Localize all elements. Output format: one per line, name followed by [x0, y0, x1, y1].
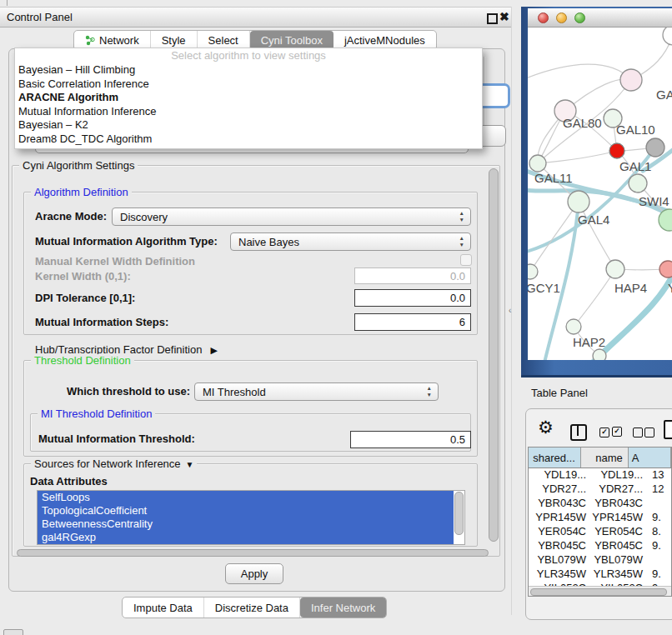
node-label: HAP2	[573, 335, 605, 349]
mi-steps-label: Mutual Information Steps:	[35, 316, 168, 328]
table-row[interactable]: YDL19...YDL19...13	[529, 468, 671, 482]
settings-vertical-scrollbar[interactable]	[489, 168, 499, 542]
control-panel-title: Control Panel	[7, 11, 73, 23]
zoom-traffic-light[interactable]	[574, 12, 585, 23]
attribute-item[interactable]: gal4RGexp	[38, 531, 454, 544]
gear-icon[interactable]: ⚙	[538, 418, 554, 438]
algorithm-dropdown: Select algorithm to view settings Bayesi…	[14, 48, 483, 149]
node-label: GAL	[656, 88, 672, 102]
apply-button[interactable]: Apply	[225, 563, 283, 584]
data-attributes-label: Data Attributes	[30, 475, 108, 488]
checked-checkbox-icon[interactable]: ✓	[599, 428, 609, 438]
scrollbar-thumb[interactable]	[530, 588, 667, 596]
table-panel-title: Table Panel	[531, 387, 588, 399]
network-node-gal-top[interactable]	[620, 69, 642, 91]
network-node-gray-node[interactable]	[646, 138, 664, 157]
tab-impute-data[interactable]: Impute Data	[123, 598, 204, 618]
tab-infer-network[interactable]: Infer Network	[300, 598, 386, 618]
column-header[interactable]: name	[581, 448, 629, 468]
column-header[interactable]: shared...	[529, 448, 581, 468]
collapse-down-icon: ▼	[186, 460, 194, 469]
top-tick	[7, 0, 8, 6]
tab-discretize-data[interactable]: Discretize Data	[204, 598, 300, 618]
algorithm-option[interactable]: ARACNE Algorithm	[15, 91, 482, 105]
combo-arrows-icon: ▲▼	[459, 210, 464, 223]
algorithm-option[interactable]: Bayesian – K2	[15, 118, 482, 132]
algorithm-option[interactable]: Mutual Information Inference	[15, 105, 482, 119]
document-icon[interactable]	[664, 420, 672, 439]
table-row[interactable]: YER054CYER054C8.	[529, 524, 671, 538]
dpi-tolerance-label: DPI Tolerance [0,1]:	[35, 292, 135, 304]
network-node-gcy1[interactable]	[528, 264, 538, 279]
threshold-definition-title: Threshold Definition	[31, 354, 134, 367]
combo-arrows-icon: ▲▼	[459, 235, 464, 248]
screen: Control Panel ✖ NetworkStyleSelectCyni T…	[0, 0, 672, 635]
network-node-gal1[interactable]	[629, 174, 647, 192]
table-row[interactable]: YBL079WYBL079W	[529, 552, 671, 567]
mi-steps-input[interactable]: 6	[354, 313, 471, 331]
attribute-item[interactable]: SelfLoops	[38, 491, 454, 504]
network-node-hap2[interactable]	[566, 319, 581, 334]
data-attributes-list: SelfLoopsTopologicalCoefficientBetweenne…	[37, 490, 465, 545]
column-layout-icon[interactable]	[570, 424, 587, 441]
minimize-traffic-light[interactable]	[556, 12, 567, 23]
kernel-width-label: Kernel Width (0,1):	[35, 270, 131, 282]
network-tab-icon	[85, 35, 95, 46]
which-threshold-combo[interactable]: MI Threshold ▲▼	[194, 382, 439, 401]
network-node-salmon-node[interactable]	[659, 261, 672, 278]
network-edge[interactable]	[574, 269, 615, 327]
algorithm-definition-title: Algorithm Definition	[31, 186, 132, 198]
manual-kernel-label: Manual Kernel Width Definition	[35, 255, 195, 268]
network-edge[interactable]	[528, 64, 631, 80]
algorithm-option[interactable]: Dream8 DC_TDC Algorithm	[15, 132, 482, 147]
close-traffic-light[interactable]	[538, 12, 549, 23]
which-threshold-label: Which threshold to use:	[67, 385, 190, 398]
attribute-item[interactable]: BetweennessCentrality	[38, 518, 454, 531]
minimized-panel-icon[interactable]	[3, 629, 23, 635]
network-window-titlebar[interactable]	[528, 8, 672, 28]
unchecked-checkbox-icon[interactable]	[633, 428, 643, 438]
table-row[interactable]: YPR145WYPR145W9.	[529, 510, 671, 524]
network-node-gal11[interactable]	[529, 155, 546, 172]
mi-type-label: Mutual Information Algorithm Type:	[35, 235, 218, 248]
network-node-hap4[interactable]	[606, 260, 624, 278]
table-row[interactable]: YBR043CYBR043C	[529, 496, 671, 510]
table-row[interactable]: YLR345WYLR345W9.	[529, 567, 671, 581]
table-row[interactable]: YBR045CYBR045C9.	[529, 538, 671, 552]
sources-group-title[interactable]: Sources for Network Inference▼	[31, 458, 197, 470]
manual-kernel-checkbox[interactable]	[460, 254, 472, 266]
bottom-tabbar: Impute DataDiscretize DataInfer Network	[122, 597, 387, 618]
table-row[interactable]: YDR27...YDR27...12	[529, 482, 671, 496]
node-label: HAP4	[614, 281, 647, 295]
column-header[interactable]: A	[629, 448, 671, 468]
aracne-mode-combo[interactable]: Discovery ▲▼	[112, 208, 471, 226]
control-panel-titlebar: Control Panel ✖	[0, 7, 512, 28]
attribute-item[interactable]: TopologicalCoefficient	[38, 504, 454, 518]
aracne-mode-label: Aracne Mode:	[35, 210, 107, 222]
algorithm-dropdown-list: Bayesian – Hill ClimbingBasic Correlatio…	[15, 63, 482, 146]
kernel-width-input[interactable]: 0.0	[354, 268, 471, 284]
splitter-handle[interactable]: ‹	[509, 306, 511, 315]
network-canvas[interactable]: GALGAL80GAL10GAL1GAL11SWI4GAL4GCY1HAP4YH…	[528, 28, 672, 360]
unchecked-checkbox-icon[interactable]	[644, 428, 654, 438]
network-node-gal4[interactable]	[568, 191, 589, 212]
dpi-tolerance-input[interactable]: 0.0	[354, 289, 471, 307]
close-icon[interactable]: ✖	[499, 10, 509, 23]
network-node-top-arc[interactable]	[663, 28, 672, 45]
network-node-red-node[interactable]	[609, 143, 624, 158]
settings-horizontal-scrollbar[interactable]	[17, 549, 489, 557]
mi-threshold-definition-title: MI Threshold Definition	[38, 408, 155, 420]
network-node-hap2b[interactable]	[593, 349, 606, 360]
node-label: GAL10	[616, 122, 655, 137]
node-label: SWI4	[639, 194, 669, 208]
algorithm-option[interactable]: Basic Correlation Inference	[15, 78, 482, 92]
attributes-scrollbar[interactable]	[454, 492, 464, 535]
float-window-icon[interactable]	[487, 13, 498, 24]
checked-checkbox-icon[interactable]: ✓	[612, 427, 622, 437]
algorithm-option[interactable]: Bayesian – Hill Climbing	[15, 63, 482, 78]
mi-type-combo[interactable]: Naive Bayes ▲▼	[230, 232, 471, 251]
network-view[interactable]: GALGAL80GAL10GAL1GAL11SWI4GAL4GCY1HAP4YH…	[528, 28, 672, 360]
table-horizontal-scrollbar[interactable]	[529, 586, 671, 597]
node-label: GAL4	[578, 212, 609, 227]
mi-threshold-input[interactable]: 0.5	[350, 431, 471, 448]
